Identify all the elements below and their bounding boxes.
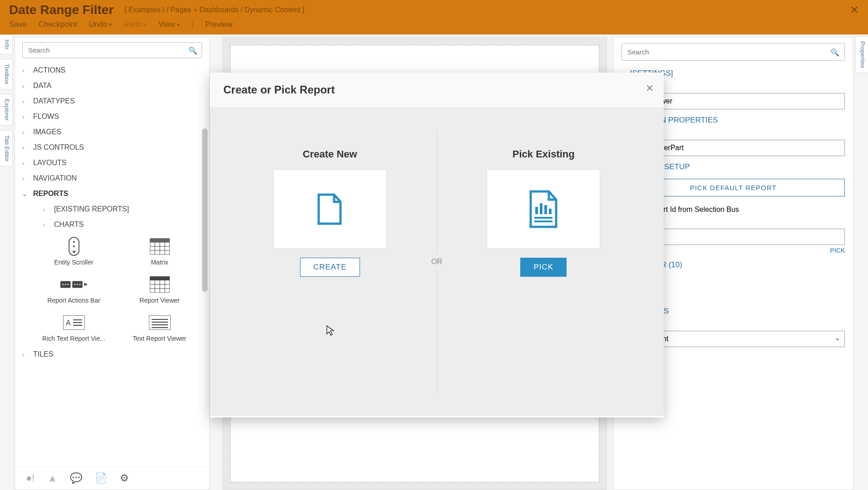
document-icon[interactable]: 📄: [95, 472, 107, 484]
create-button[interactable]: CREATE: [300, 258, 360, 277]
checkpoint-button[interactable]: Checkpoint: [39, 20, 77, 29]
chevron-right-icon: ›: [43, 221, 45, 228]
undo-button[interactable]: Undo▾: [89, 20, 112, 29]
svg-rect-36: [535, 207, 538, 214]
tree-images[interactable]: ›IMAGES: [15, 124, 209, 140]
main-toolbar: Save Checkpoint Undo▾ Redo▾ View▾ | Prev…: [0, 16, 868, 33]
chevron-right-icon: ›: [22, 129, 24, 136]
chevron-down-icon: ▾: [144, 22, 147, 28]
alert-icon[interactable]: ●!: [26, 472, 35, 484]
svg-rect-37: [540, 203, 542, 214]
entity-scroller-icon: [60, 237, 88, 256]
create-new-column: Create New CREATE: [223, 130, 437, 393]
create-new-card[interactable]: [273, 169, 387, 249]
tool-label: Report Viewer: [139, 297, 179, 304]
chevron-right-icon: ›: [22, 144, 24, 151]
modal-separator: OR: [437, 130, 437, 393]
tool-report-actions-bar[interactable]: Report Actions Bar: [33, 275, 114, 304]
app-header: Date Range Filter [ Examples I / Pages +…: [0, 0, 868, 34]
bottom-toolbar: ●! ▲ 💬 📄 ⚙: [15, 466, 209, 490]
breadcrumb: [ Examples I / Pages + Dashboards / Dyna…: [124, 6, 304, 14]
tree-existing-reports[interactable]: ›[EXISTING REPORTS]: [28, 201, 209, 217]
svg-point-17: [77, 284, 78, 285]
tab-toolbox[interactable]: Toolbox: [0, 59, 13, 89]
tool-label: Entity Scroller: [54, 259, 93, 266]
pick-existing-title: Pick Existing: [513, 148, 575, 160]
close-icon[interactable]: ✕: [850, 4, 859, 16]
properties-search-input[interactable]: [621, 43, 845, 61]
tree-data[interactable]: ›DATA: [15, 78, 209, 93]
tool-report-viewer[interactable]: Report Viewer: [119, 275, 200, 304]
tree-actions[interactable]: ›ACTIONS: [15, 63, 209, 78]
tool-label: Report Actions Bar: [47, 297, 100, 304]
tab-explorer[interactable]: Explorer: [0, 94, 13, 126]
separator: |: [192, 20, 193, 29]
svg-point-12: [62, 284, 64, 285]
toolbox-panel: 🔍 ›ACTIONS ›DATA ›DATATYPES ›FLOWS ›IMAG…: [15, 37, 210, 490]
view-button[interactable]: View▾: [158, 20, 180, 29]
pick-existing-column: Pick Existing PICK: [437, 130, 651, 393]
chevron-down-icon: ▾: [109, 22, 112, 28]
tree-layouts[interactable]: ›LAYOUTS: [15, 155, 209, 171]
modal-title: Create or Pick Report: [223, 83, 650, 96]
toolbox-tree: ›ACTIONS ›DATA ›DATATYPES ›FLOWS ›IMAGES…: [15, 63, 209, 466]
page-title: Date Range Filter: [9, 3, 113, 17]
rich-text-icon: A: [60, 313, 88, 332]
svg-point-16: [74, 284, 75, 285]
pick-button[interactable]: PICK: [520, 258, 567, 277]
report-actions-bar-icon: [60, 275, 88, 294]
svg-point-14: [67, 284, 69, 285]
chat-icon[interactable]: 💬: [70, 472, 82, 484]
tool-matrix[interactable]: Matrix: [119, 237, 200, 266]
tree-charts[interactable]: ›CHARTS: [28, 217, 209, 232]
tab-info[interactable]: Info: [0, 34, 13, 54]
tree-flows[interactable]: ›FLOWS: [15, 109, 209, 124]
tree-datatypes[interactable]: ›DATATYPES: [15, 93, 209, 109]
tree-js-controls[interactable]: ›JS CONTROLS: [15, 140, 209, 155]
tool-rich-text-report-viewer[interactable]: A Rich Text Report Vie...: [33, 313, 114, 342]
tool-label: Matrix: [151, 259, 168, 266]
search-icon[interactable]: 🔍: [830, 48, 839, 56]
tool-text-report-viewer[interactable]: Text Report Viewer: [119, 313, 200, 342]
save-button[interactable]: Save: [9, 20, 27, 29]
modal-close-icon[interactable]: ✕: [646, 83, 654, 94]
svg-point-13: [64, 284, 66, 285]
tab-editor[interactable]: Tab Editor: [0, 130, 13, 167]
create-new-title: Create New: [303, 148, 357, 160]
svg-point-1: [73, 241, 75, 243]
tree-reports[interactable]: ⌄REPORTS: [15, 186, 209, 201]
tab-properties[interactable]: Properties: [855, 36, 868, 73]
gear-icon[interactable]: ⚙: [120, 472, 129, 484]
search-icon[interactable]: 🔍: [188, 46, 197, 54]
report-viewer-icon: [146, 275, 173, 294]
chevron-right-icon: ›: [22, 67, 24, 74]
chevron-right-icon: ›: [22, 351, 24, 358]
redo-button[interactable]: Redo▾: [123, 20, 147, 29]
tool-entity-scroller[interactable]: Entity Scroller: [33, 237, 114, 266]
toolbox-search-input[interactable]: [22, 42, 202, 58]
text-report-icon: [146, 313, 173, 332]
create-or-pick-modal: Create or Pick Report ✕ Create New CREAT…: [210, 73, 664, 417]
svg-point-2: [73, 245, 75, 247]
chevron-right-icon: ›: [22, 175, 24, 182]
preview-button[interactable]: Preview: [205, 20, 232, 29]
chevron-right-icon: ›: [22, 98, 24, 105]
left-side-tabs: Info Toolbox Explorer Tab Editor: [0, 34, 13, 167]
tree-tiles[interactable]: ›TILES: [15, 347, 209, 362]
scrollbar[interactable]: [202, 128, 207, 292]
chevron-down-icon: ⌄: [22, 191, 27, 197]
tree-navigation[interactable]: ›NAVIGATION: [15, 171, 209, 186]
report-document-icon: [525, 189, 562, 230]
svg-rect-38: [544, 205, 547, 214]
or-label: OR: [429, 254, 445, 270]
svg-rect-39: [549, 209, 552, 214]
warning-icon[interactable]: ▲: [47, 472, 57, 484]
chevron-right-icon: ›: [22, 160, 24, 167]
svg-text:A: A: [66, 319, 71, 327]
pick-existing-card[interactable]: [487, 169, 600, 249]
chevron-right-icon: ›: [22, 83, 24, 89]
svg-rect-10: [150, 238, 170, 242]
new-document-icon: [314, 191, 346, 227]
tool-label: Rich Text Report Vie...: [42, 335, 105, 342]
chevron-right-icon: ›: [22, 113, 24, 120]
